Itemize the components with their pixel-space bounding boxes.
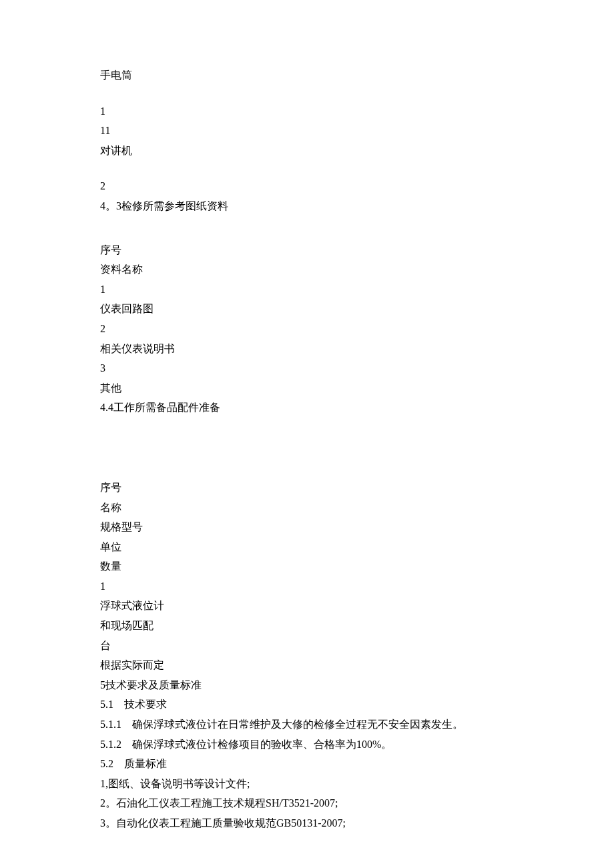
- text-line: 仪表回路图: [100, 300, 514, 318]
- spacer: [100, 419, 514, 479]
- text-line: 浮球式液位计: [100, 597, 514, 614]
- text-line: 台: [100, 637, 514, 655]
- text-line: 资料名称: [100, 261, 514, 278]
- text-line: 名称: [100, 499, 514, 516]
- text-line: 相关仪表说明书: [100, 340, 514, 358]
- text-line: 2: [100, 320, 514, 338]
- section-heading: 5.2 质量标准: [100, 755, 514, 773]
- text-line: 1,图纸、设备说明书等设计文件;: [100, 775, 514, 793]
- text-line: 其他: [100, 380, 514, 397]
- text-line: 根据实际而定: [100, 657, 514, 674]
- text-line: 对讲机: [100, 142, 514, 159]
- text-line: 和现场匹配: [100, 617, 514, 634]
- text-line: 5.1.2 确保浮球式液位计检修项目的验收率、合格率为100%。: [100, 736, 514, 753]
- text-line: 11: [100, 122, 514, 139]
- text-line: 序号: [100, 479, 514, 496]
- text-line: 2: [100, 177, 514, 195]
- section-heading: 5技术要求及质量标准: [100, 677, 514, 694]
- text-line: 1: [100, 103, 514, 120]
- spacer: [100, 161, 514, 177]
- section-heading: 4.4工作所需备品配件准备: [100, 399, 514, 416]
- section-heading: 5.1 技术要求: [100, 696, 514, 713]
- section-heading: 4。3检修所需参考图纸资料: [100, 197, 514, 215]
- text-line: 3。自动化仪表工程施工质量验收规范GB50131-2007;: [100, 815, 514, 832]
- spacer: [100, 218, 514, 234]
- text-line: 5.1.1 确保浮球式液位计在日常维护及大修的检修全过程无不安全因素发生。: [100, 716, 514, 733]
- text-line: 1: [100, 281, 514, 298]
- text-line: 数量: [100, 558, 514, 575]
- text-line: 单位: [100, 538, 514, 556]
- text-line: 手电筒: [100, 67, 514, 84]
- text-line: 2。石油化工仪表工程施工技术规程SH/T3521-2007;: [100, 795, 514, 812]
- text-line: 1: [100, 578, 514, 595]
- text-line: 3: [100, 360, 514, 377]
- text-line: 序号: [100, 242, 514, 259]
- text-line: 规格型号: [100, 518, 514, 536]
- spacer: [100, 87, 514, 103]
- spacer: [100, 234, 514, 242]
